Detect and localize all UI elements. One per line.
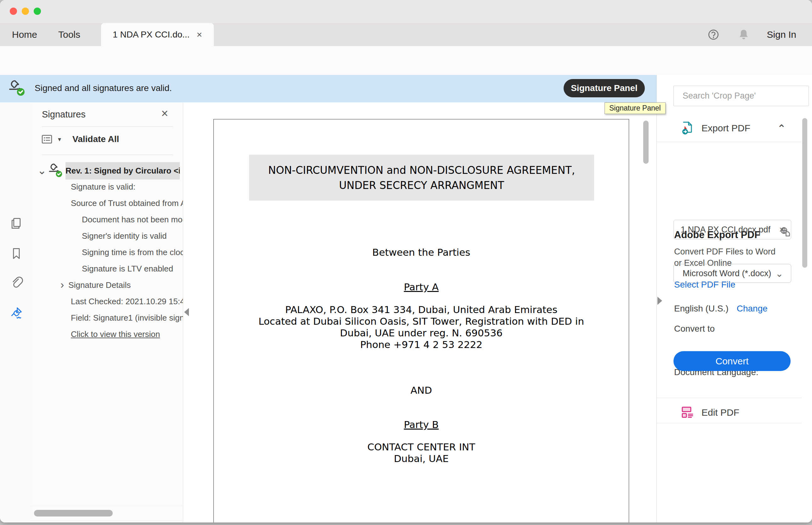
edit-pdf-icon (680, 405, 695, 420)
close-tab-icon[interactable]: × (197, 30, 202, 39)
signature-status-message: Signed and all signatures are valid. (35, 83, 172, 93)
tab-home[interactable]: Home (12, 23, 37, 46)
help-icon[interactable] (706, 28, 720, 42)
horizontal-scrollbar-track (31, 506, 183, 521)
edit-pdf-label: Edit PDF (702, 407, 739, 418)
party-a-heading: Party A (214, 281, 629, 293)
revision-label-highlight: Rev. 1: Signed by Circularo <info@ (65, 162, 180, 180)
validate-all-button[interactable]: Validate All (73, 134, 119, 144)
bookmarks-icon[interactable] (10, 246, 23, 260)
signature-panel-tooltip: Signature Panel (604, 102, 665, 114)
toolbar: / 4 78.4% ▾ ▾ (0, 46, 812, 75)
selected-file-chip: 1 NDA PX CCI.docx.pdf × (673, 220, 791, 239)
language-value: English (U.S.) (674, 304, 729, 314)
signature-tree-item[interactable]: Signing time is from the clock c (31, 244, 183, 260)
signature-options-icon[interactable] (40, 133, 53, 146)
export-pdf-section-header[interactable]: Export PDF ⌃ (657, 119, 802, 139)
zoom-window-button[interactable] (34, 7, 41, 15)
remove-file-icon[interactable]: × (779, 224, 791, 235)
minimize-window-button[interactable] (22, 7, 29, 15)
tab-tools[interactable]: Tools (58, 23, 80, 46)
signature-tree-item[interactable]: Click to view this version (31, 326, 183, 342)
notifications-bell-icon[interactable] (737, 28, 751, 42)
document-area: NON-CIRCUMVENTION and NON-DISCLOSURE AGR… (183, 102, 657, 523)
tab-bar: Home Tools 1 NDA PX CCI.do... × Sign In (0, 23, 812, 46)
signature-valid-icon (8, 79, 27, 97)
close-window-button[interactable] (10, 7, 17, 15)
signature-revision-row[interactable]: ⌄ Rev. 1: Signed by Circularo <info@ (31, 162, 183, 180)
attachments-icon[interactable] (10, 276, 23, 290)
titlebar (0, 0, 812, 23)
party-a-details: PALAXO, P.O. Box 341 334, Dubai, United … (214, 304, 629, 350)
signature-tree-item[interactable]: Signer's identity is valid (31, 228, 183, 244)
signatures-panel: Signatures × ▾ Validate All ⌄ Rev. 1: Si… (31, 102, 183, 523)
between-parties-line: Between the Parties (214, 246, 629, 258)
options-caret-icon[interactable]: ▾ (58, 135, 61, 143)
chevron-down-icon[interactable]: ⌄ (37, 164, 47, 177)
signatures-panel-icon[interactable] (10, 306, 23, 320)
chevron-up-icon[interactable]: ⌃ (777, 122, 786, 135)
document-title-block: NON-CIRCUMVENTION and NON-DISCLOSURE AGR… (249, 155, 594, 200)
convert-format-dropdown[interactable]: Microsoft Word (*.docx) ⌄ (673, 264, 791, 283)
document-title-line2: UNDER SECRECY ARRANGMENT (339, 179, 504, 192)
tools-panel: Export PDF ⌃ Adobe Export PDF Convert PD… (657, 75, 812, 523)
signature-tree-item[interactable]: Signature is LTV enabled (31, 260, 183, 277)
signature-tree-item[interactable]: Document has not been modifi (31, 211, 183, 228)
party-b-details: CONTACT CENTER INT Dubai, UAE (214, 441, 629, 465)
divider (657, 398, 802, 398)
edit-pdf-section-header[interactable]: Edit PDF (657, 403, 802, 423)
signature-tree-item[interactable]: › Signature Details (31, 277, 183, 293)
document-title-line1: NON-CIRCUMVENTION and NON-DISCLOSURE AGR… (268, 163, 575, 177)
change-language-link[interactable]: Change (737, 304, 768, 314)
divider (657, 142, 802, 142)
convert-format-value: Microsoft Word (*.docx) (674, 269, 776, 279)
signature-status-banner: Signed and all signatures are valid. Sig… (0, 75, 657, 102)
signature-tree-item[interactable]: Signature is valid: (31, 179, 183, 195)
signature-tree-item[interactable]: Source of Trust obtained from Ado (31, 195, 183, 211)
collapse-panel-handle[interactable] (184, 308, 189, 316)
signature-tree-item[interactable]: Field: Signature1 (invisible signatur (31, 310, 183, 326)
promo-text: Convert, edit and e-sign PDF forms & agr… (657, 520, 802, 523)
divider (42, 126, 173, 126)
and-label: AND (214, 384, 629, 396)
divider (42, 155, 173, 155)
divider (657, 423, 802, 423)
chevron-down-icon: ⌄ (776, 268, 791, 279)
party-b-heading: Party B (214, 418, 629, 431)
convert-to-label: Convert to (674, 324, 715, 334)
convert-button[interactable]: Convert (673, 351, 791, 371)
horizontal-scrollbar-thumb[interactable] (34, 510, 113, 516)
tab-document[interactable]: 1 NDA PX CCI.do... × (101, 23, 214, 46)
selected-file-name: 1 NDA PX CCI.docx.pdf (674, 225, 779, 235)
signed-revision-icon (48, 163, 64, 179)
export-pdf-icon (680, 121, 695, 136)
signature-panel-button[interactable]: Signature Panel (564, 79, 645, 97)
acrobat-window: Home Tools 1 NDA PX CCI.do... × Sign In … (0, 0, 812, 523)
sign-in-button[interactable]: Sign In (767, 29, 796, 40)
signature-tree: Signature is valid: Source of Trust obta… (31, 179, 183, 342)
expand-panel-handle[interactable] (657, 297, 662, 305)
export-pdf-label: Export PDF (702, 123, 750, 134)
tab-document-label: 1 NDA PX CCI.do... (113, 30, 189, 40)
document-scrollbar-thumb[interactable] (643, 121, 648, 164)
signatures-panel-title: Signatures (42, 109, 86, 120)
panel-scrollbar-thumb[interactable] (802, 118, 807, 268)
page-thumbnails-icon[interactable] (10, 217, 23, 230)
pdf-page: NON-CIRCUMVENTION and NON-DISCLOSURE AGR… (213, 119, 629, 523)
revision-label: Rev. 1: Signed by Circularo <info@ (65, 166, 180, 176)
close-panel-icon[interactable]: × (161, 107, 168, 120)
search-tools-input[interactable] (673, 86, 809, 106)
chevron-right-icon: › (60, 279, 64, 291)
signature-tree-item[interactable]: Last Checked: 2021.10.29 15:40:5 (31, 293, 183, 310)
navigation-rail (0, 102, 31, 523)
